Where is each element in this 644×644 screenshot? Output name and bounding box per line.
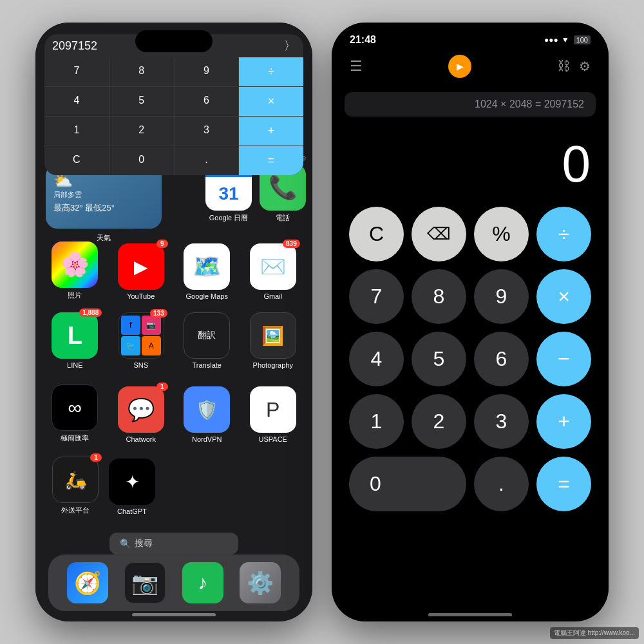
- calc-btn-0[interactable]: 0: [109, 146, 174, 175]
- app-icon-wrap-line[interactable]: L 1,888 LINE: [52, 312, 98, 369]
- btn-clear[interactable]: C: [349, 207, 404, 261]
- calc-btn-7[interactable]: 7: [44, 57, 109, 86]
- btn-subtract[interactable]: −: [536, 332, 591, 386]
- app-icon-sns[interactable]: f 📷 🐦 A 133: [118, 312, 164, 359]
- app-icon-maps[interactable]: 🗺️: [184, 243, 230, 290]
- search-icon: 🔍: [120, 538, 131, 549]
- btn-multiply[interactable]: ×: [536, 269, 591, 324]
- app-icon-safari[interactable]: 🧭: [67, 562, 108, 603]
- app-icon-infinity[interactable]: ∞: [52, 384, 98, 431]
- calc-btn-4[interactable]: 4: [44, 87, 109, 116]
- btn-8[interactable]: 8: [412, 269, 466, 324]
- app-icon-gmail[interactable]: ✉️ 839: [250, 243, 296, 290]
- btn-0[interactable]: 0: [349, 457, 466, 511]
- dock-spotify[interactable]: ♪: [182, 562, 223, 603]
- calc-btn-2[interactable]: 2: [109, 117, 174, 146]
- search-bar[interactable]: 🔍 搜尋: [109, 533, 238, 554]
- calc-btn-div[interactable]: ÷: [239, 57, 303, 86]
- menu-icon[interactable]: ☰: [350, 58, 363, 75]
- app-icon-wrap-infinity[interactable]: ∞ 極簡匯率: [52, 384, 98, 443]
- app-icon-wrap-photos[interactable]: 🌸 照片: [52, 242, 98, 300]
- calc-widget-value: 2097152: [52, 39, 97, 53]
- app-icon-wrap-youtube[interactable]: ▶ 9 YouTube: [118, 243, 164, 300]
- app-icon-wrap-uspace[interactable]: P USPACE: [250, 386, 296, 443]
- app-icon-chatwork[interactable]: 💬 1: [118, 386, 164, 433]
- calc-row-1: C ⌫ % ÷: [345, 207, 596, 261]
- btn-5[interactable]: 5: [412, 332, 466, 386]
- calc-row-4: 1 2 3 +: [345, 394, 596, 449]
- app-icon-wrap-sns[interactable]: f 📷 🐦 A 133 SNS: [118, 312, 164, 369]
- app-icon-uspace[interactable]: P: [250, 386, 296, 433]
- chatwork-badge: 1: [156, 383, 168, 391]
- app-icon-wrap-chatwork[interactable]: 💬 1 Chatwork: [118, 386, 164, 443]
- gmail-badge: 839: [283, 240, 300, 248]
- calc-display: 0: [332, 122, 609, 200]
- app-icon-chatgpt[interactable]: ✦: [109, 459, 155, 505]
- app-icon-delivery[interactable]: 🛵 1: [52, 457, 99, 503]
- signal-icon: ●●●: [544, 35, 558, 44]
- dock-safari[interactable]: 🧭: [67, 562, 108, 603]
- btn-3[interactable]: 3: [474, 394, 529, 449]
- app-icon-youtube[interactable]: ▶ 9: [118, 243, 164, 290]
- app-icon-wrap-maps[interactable]: 🗺️ Google Maps: [184, 243, 230, 300]
- app-icon-wrap-photo-app[interactable]: 🖼️ Photography: [250, 312, 296, 369]
- app-icon-wrap-chatgpt[interactable]: ✦ ChatGPT: [109, 459, 155, 515]
- calc-btn-plus[interactable]: +: [239, 117, 303, 146]
- dock-camera[interactable]: 📷: [124, 562, 166, 603]
- calc-btn-9[interactable]: 9: [175, 57, 239, 86]
- btn-add[interactable]: +: [536, 394, 591, 449]
- calc-widget[interactable]: 2097152 〉 7 8 9 ÷ 4 5 6 × 1 2 3 + C 0 . …: [44, 34, 303, 175]
- status-time: 21:48: [350, 34, 376, 46]
- btn-9[interactable]: 9: [474, 269, 529, 324]
- app-label-chatwork: Chatwork: [126, 435, 156, 443]
- app-icon-photo-app[interactable]: 🖼️: [250, 312, 296, 359]
- app-label-phone: 電話: [276, 213, 290, 223]
- btn-decimal[interactable]: .: [474, 457, 529, 511]
- calc-btn-8[interactable]: 8: [109, 57, 174, 86]
- play-button[interactable]: ▶: [448, 55, 471, 78]
- btn-divide[interactable]: ÷: [536, 207, 591, 261]
- app-label-delivery: 外送平台: [61, 506, 90, 515]
- home-indicator-right: [428, 613, 512, 616]
- link-icon[interactable]: ⛓: [557, 59, 570, 74]
- app-label-calendar: Google 日曆: [209, 213, 249, 223]
- app-icon-wrap-delivery[interactable]: 🛵 1 外送平台: [52, 457, 99, 515]
- app-icon-nordvpn[interactable]: 🛡️: [184, 386, 230, 433]
- calc-btn-1[interactable]: 1: [44, 117, 109, 146]
- calc-btn-3[interactable]: 3: [175, 117, 239, 146]
- calc-btn-c[interactable]: C: [44, 146, 109, 175]
- app-icon-camera[interactable]: 📷: [124, 562, 166, 603]
- history-text: 1024 × 2048 = 2097152: [475, 99, 584, 109]
- app-icon-spotify[interactable]: ♪: [182, 562, 223, 603]
- btn-percent[interactable]: %: [474, 207, 529, 261]
- dynamic-island-right: [431, 30, 509, 52]
- btn-4[interactable]: 4: [349, 332, 404, 386]
- app-icon-wrap-gmail[interactable]: ✉️ 839 Gmail: [250, 243, 296, 300]
- calc-btn-eq[interactable]: =: [239, 146, 303, 175]
- app-icon-line[interactable]: L 1,888: [52, 312, 98, 359]
- line-badge: 1,888: [79, 308, 102, 317]
- app-icon-translate[interactable]: 翻訳: [184, 312, 230, 359]
- btn-1[interactable]: 1: [349, 394, 404, 449]
- app-icon-settings[interactable]: ⚙️: [240, 562, 281, 603]
- app-icon-wrap-nordvpn[interactable]: 🛡️ NordVPN: [184, 386, 230, 443]
- app-icon-wrap-translate[interactable]: 翻訳 Translate: [184, 312, 230, 369]
- app-label-maps: Google Maps: [186, 292, 228, 300]
- gear-icon[interactable]: ⚙: [579, 59, 591, 74]
- dock-settings[interactable]: ⚙️: [240, 562, 281, 603]
- calc-row-2: 7 8 9 ×: [345, 269, 596, 324]
- app-label-sns: SNS: [133, 361, 148, 369]
- btn-backspace[interactable]: ⌫: [412, 207, 466, 261]
- app-label-youtube: YouTube: [127, 292, 155, 300]
- calc-btn-dot[interactable]: .: [175, 146, 239, 175]
- calc-btn-6[interactable]: 6: [175, 87, 239, 116]
- btn-7[interactable]: 7: [349, 269, 404, 324]
- calc-btn-5[interactable]: 5: [109, 87, 174, 116]
- btn-6[interactable]: 6: [474, 332, 529, 386]
- calc-row-3: 4 5 6 −: [345, 332, 596, 386]
- app-icon-photos[interactable]: 🌸: [52, 242, 98, 288]
- btn-equals[interactable]: =: [536, 457, 591, 511]
- btn-2[interactable]: 2: [412, 394, 466, 449]
- calc-btn-mul[interactable]: ×: [239, 87, 303, 116]
- calc-widget-grid: 7 8 9 ÷ 4 5 6 × 1 2 3 + C 0 . =: [44, 57, 303, 175]
